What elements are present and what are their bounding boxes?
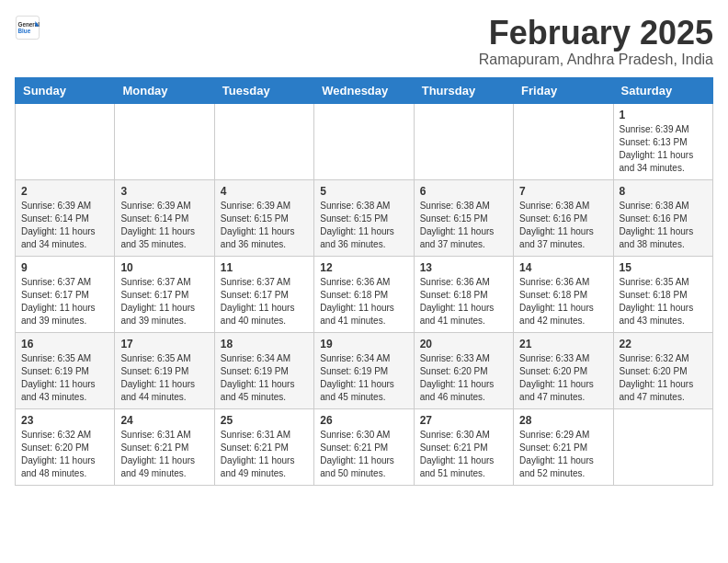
calendar-title: February 2025 [479,15,713,52]
week-row-2: 2Sunrise: 6:39 AM Sunset: 6:14 PM Daylig… [16,179,713,256]
day-number: 4 [221,185,308,198]
day-info: Sunrise: 6:36 AM Sunset: 6:18 PM Dayligh… [320,276,407,327]
calendar-cell: 21Sunrise: 6:33 AM Sunset: 6:20 PM Dayli… [514,332,613,408]
day-number: 21 [519,338,607,350]
calendar-cell: 3Sunrise: 6:39 AM Sunset: 6:14 PM Daylig… [115,179,214,256]
day-info: Sunrise: 6:30 AM Sunset: 6:21 PM Dayligh… [320,429,407,480]
day-number: 26 [320,414,407,427]
header-friday: Friday [514,77,613,103]
day-number: 10 [120,261,208,274]
day-number: 2 [21,185,108,198]
day-number: 27 [420,414,507,427]
day-info: Sunrise: 6:37 AM Sunset: 6:17 PM Dayligh… [120,276,208,327]
header-wednesday: Wednesday [314,77,414,103]
page-header: General Blue February 2025 Ramapuram, An… [15,15,713,68]
calendar-cell: 25Sunrise: 6:31 AM Sunset: 6:21 PM Dayli… [214,408,313,485]
calendar-cell: 24Sunrise: 6:31 AM Sunset: 6:21 PM Dayli… [115,408,214,485]
week-row-5: 23Sunrise: 6:32 AM Sunset: 6:20 PM Dayli… [16,408,713,485]
day-info: Sunrise: 6:34 AM Sunset: 6:19 PM Dayligh… [320,352,407,404]
calendar-cell: 13Sunrise: 6:36 AM Sunset: 6:18 PM Dayli… [414,256,513,332]
day-number: 8 [620,185,707,198]
day-number: 5 [320,185,407,198]
week-row-3: 9Sunrise: 6:37 AM Sunset: 6:17 PM Daylig… [16,256,713,332]
calendar-cell: 7Sunrise: 6:38 AM Sunset: 6:16 PM Daylig… [514,179,613,256]
day-number: 22 [620,338,707,350]
header-thursday: Thursday [414,77,513,103]
logo: General Blue [15,15,40,40]
day-info: Sunrise: 6:35 AM Sunset: 6:19 PM Dayligh… [120,352,208,404]
title-block: February 2025 Ramapuram, Andhra Pradesh,… [479,15,713,68]
day-info: Sunrise: 6:37 AM Sunset: 6:17 PM Dayligh… [221,276,308,327]
day-info: Sunrise: 6:33 AM Sunset: 6:20 PM Dayligh… [420,352,507,404]
calendar-cell: 20Sunrise: 6:33 AM Sunset: 6:20 PM Dayli… [414,332,513,408]
day-number: 11 [221,261,308,274]
day-number: 24 [120,414,208,427]
day-info: Sunrise: 6:34 AM Sunset: 6:19 PM Dayligh… [221,352,308,404]
header-tuesday: Tuesday [214,77,313,103]
week-row-1: 1Sunrise: 6:39 AM Sunset: 6:13 PM Daylig… [16,103,713,179]
day-info: Sunrise: 6:39 AM Sunset: 6:13 PM Dayligh… [620,123,707,175]
day-number: 20 [420,338,507,350]
calendar-cell: 22Sunrise: 6:32 AM Sunset: 6:20 PM Dayli… [613,332,712,408]
calendar-cell: 11Sunrise: 6:37 AM Sunset: 6:17 PM Dayli… [214,256,313,332]
day-info: Sunrise: 6:39 AM Sunset: 6:15 PM Dayligh… [221,200,308,251]
day-number: 25 [221,414,308,427]
calendar-cell [115,103,214,179]
day-info: Sunrise: 6:38 AM Sunset: 6:15 PM Dayligh… [320,200,407,251]
calendar-cell: 6Sunrise: 6:38 AM Sunset: 6:15 PM Daylig… [414,179,513,256]
day-info: Sunrise: 6:31 AM Sunset: 6:21 PM Dayligh… [221,429,308,480]
day-info: Sunrise: 6:39 AM Sunset: 6:14 PM Dayligh… [21,200,108,251]
calendar-table: SundayMondayTuesdayWednesdayThursdayFrid… [15,77,713,486]
calendar-cell: 8Sunrise: 6:38 AM Sunset: 6:16 PM Daylig… [613,179,712,256]
calendar-cell: 4Sunrise: 6:39 AM Sunset: 6:15 PM Daylig… [214,179,313,256]
day-info: Sunrise: 6:38 AM Sunset: 6:16 PM Dayligh… [620,200,707,251]
day-info: Sunrise: 6:38 AM Sunset: 6:15 PM Dayligh… [420,200,507,251]
day-info: Sunrise: 6:36 AM Sunset: 6:18 PM Dayligh… [519,276,607,327]
day-number: 15 [620,261,707,274]
day-info: Sunrise: 6:29 AM Sunset: 6:21 PM Dayligh… [519,429,607,480]
day-number: 7 [519,185,607,198]
day-info: Sunrise: 6:30 AM Sunset: 6:21 PM Dayligh… [420,429,507,480]
calendar-cell [16,103,115,179]
calendar-header-row: SundayMondayTuesdayWednesdayThursdayFrid… [16,77,713,103]
logo-icon: General Blue [15,15,40,40]
calendar-cell: 12Sunrise: 6:36 AM Sunset: 6:18 PM Dayli… [314,256,414,332]
calendar-cell [214,103,313,179]
calendar-cell [414,103,513,179]
calendar-cell: 26Sunrise: 6:30 AM Sunset: 6:21 PM Dayli… [314,408,414,485]
calendar-cell [514,103,613,179]
svg-text:Blue: Blue [18,28,31,34]
calendar-cell: 15Sunrise: 6:35 AM Sunset: 6:18 PM Dayli… [613,256,712,332]
day-number: 13 [420,261,507,274]
header-monday: Monday [115,77,214,103]
calendar-cell: 19Sunrise: 6:34 AM Sunset: 6:19 PM Dayli… [314,332,414,408]
header-saturday: Saturday [613,77,712,103]
day-info: Sunrise: 6:37 AM Sunset: 6:17 PM Dayligh… [21,276,108,327]
calendar-cell: 10Sunrise: 6:37 AM Sunset: 6:17 PM Dayli… [115,256,214,332]
day-number: 18 [221,338,308,350]
day-info: Sunrise: 6:35 AM Sunset: 6:19 PM Dayligh… [21,352,108,404]
day-info: Sunrise: 6:31 AM Sunset: 6:21 PM Dayligh… [120,429,208,480]
day-number: 28 [519,414,607,427]
calendar-cell: 9Sunrise: 6:37 AM Sunset: 6:17 PM Daylig… [16,256,115,332]
calendar-cell: 23Sunrise: 6:32 AM Sunset: 6:20 PM Dayli… [16,408,115,485]
day-info: Sunrise: 6:32 AM Sunset: 6:20 PM Dayligh… [620,352,707,404]
calendar-cell: 16Sunrise: 6:35 AM Sunset: 6:19 PM Dayli… [16,332,115,408]
day-number: 3 [120,185,208,198]
calendar-cell: 27Sunrise: 6:30 AM Sunset: 6:21 PM Dayli… [414,408,513,485]
day-number: 23 [21,414,108,427]
calendar-body: 1Sunrise: 6:39 AM Sunset: 6:13 PM Daylig… [16,103,713,485]
week-row-4: 16Sunrise: 6:35 AM Sunset: 6:19 PM Dayli… [16,332,713,408]
day-info: Sunrise: 6:35 AM Sunset: 6:18 PM Dayligh… [620,276,707,327]
calendar-cell [613,408,712,485]
calendar-cell: 14Sunrise: 6:36 AM Sunset: 6:18 PM Dayli… [514,256,613,332]
day-number: 19 [320,338,407,350]
calendar-cell [314,103,414,179]
day-number: 12 [320,261,407,274]
day-number: 6 [420,185,507,198]
day-number: 14 [519,261,607,274]
calendar-cell: 17Sunrise: 6:35 AM Sunset: 6:19 PM Dayli… [115,332,214,408]
calendar-subtitle: Ramapuram, Andhra Pradesh, India [479,52,713,68]
day-info: Sunrise: 6:39 AM Sunset: 6:14 PM Dayligh… [120,200,208,251]
day-number: 17 [120,338,208,350]
